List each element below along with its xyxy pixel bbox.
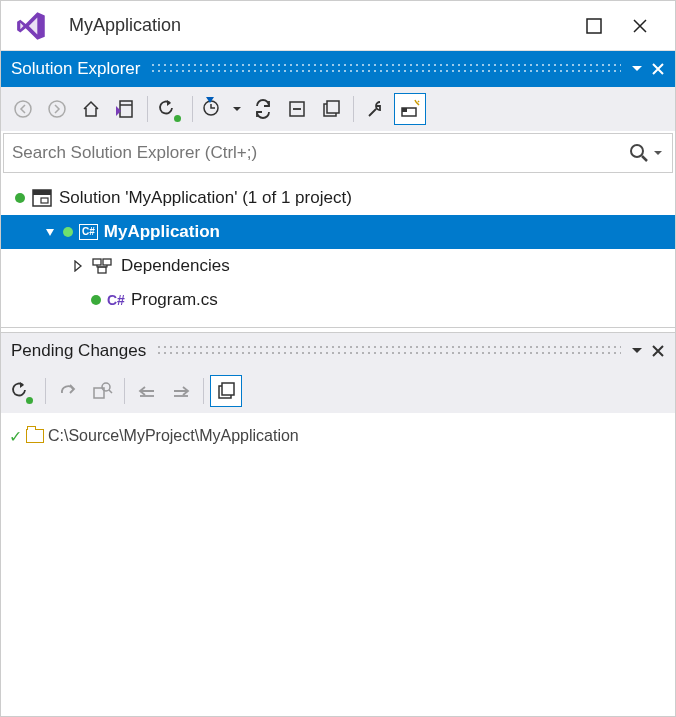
status-dot-icon: [91, 295, 101, 305]
dependencies-node[interactable]: Dependencies: [1, 249, 675, 283]
svg-rect-17: [103, 259, 111, 265]
checkmark-icon: ✓: [9, 427, 22, 446]
maximize-button[interactable]: [585, 17, 603, 35]
refresh-button[interactable]: [154, 93, 186, 125]
close-button[interactable]: [631, 17, 649, 35]
solution-tree: Solution 'MyApplication' (1 of 1 project…: [1, 175, 675, 327]
expand-icon[interactable]: [71, 260, 85, 272]
search-dropdown-icon[interactable]: [652, 147, 664, 159]
redo-button[interactable]: [52, 375, 84, 407]
preview-selected-button[interactable]: [394, 93, 426, 125]
pending-changes-body: ✓ C:\Source\MyProject\MyApplication: [1, 413, 675, 716]
collapse-all-button[interactable]: [281, 93, 313, 125]
pending-changes-toolbar: [1, 369, 675, 413]
panel-dropdown-icon[interactable]: [631, 345, 643, 357]
toolbar-separator: [124, 378, 125, 404]
toolbar-separator: [45, 378, 46, 404]
switch-views-button[interactable]: [109, 93, 141, 125]
pending-changes-title: Pending Changes: [11, 341, 146, 361]
sync-button[interactable]: [247, 93, 279, 125]
pending-changes-header[interactable]: Pending Changes: [1, 333, 675, 369]
toolbar-separator: [192, 96, 193, 122]
csharp-project-icon: C#: [79, 224, 98, 240]
svg-rect-18: [98, 267, 106, 273]
file-label: Program.cs: [131, 290, 218, 310]
solution-explorer-toolbar: [1, 87, 675, 131]
panel-close-icon[interactable]: [651, 344, 665, 358]
pending-path-row[interactable]: ✓ C:\Source\MyProject\MyApplication: [1, 421, 675, 451]
panel-close-icon[interactable]: [651, 62, 665, 76]
toolbar-separator: [147, 96, 148, 122]
solution-explorer-header[interactable]: Solution Explorer: [1, 51, 675, 87]
panel-dropdown-icon[interactable]: [631, 63, 643, 75]
dependencies-label: Dependencies: [121, 256, 230, 276]
svg-rect-15: [41, 198, 48, 203]
dependencies-icon: [91, 257, 115, 275]
svg-rect-24: [222, 383, 234, 395]
forward-button[interactable]: [41, 93, 73, 125]
solution-icon: [31, 188, 53, 208]
show-all-files-button[interactable]: [315, 93, 347, 125]
pending-filter-dropdown[interactable]: [199, 93, 245, 125]
csharp-file-icon: C#: [107, 292, 125, 308]
solution-node[interactable]: Solution 'MyApplication' (1 of 1 project…: [1, 181, 675, 215]
svg-point-12: [631, 145, 643, 157]
svg-point-1: [15, 101, 31, 117]
toolbar-separator: [203, 378, 204, 404]
compare-button[interactable]: [86, 375, 118, 407]
home-button[interactable]: [75, 93, 107, 125]
search-bar[interactable]: [3, 133, 673, 173]
collapse-icon[interactable]: [43, 226, 57, 238]
status-dot-icon: [63, 227, 73, 237]
file-node-program[interactable]: C# Program.cs: [1, 283, 675, 317]
solution-label: Solution 'MyApplication' (1 of 1 project…: [59, 188, 352, 208]
svg-rect-0: [587, 19, 601, 33]
svg-point-20: [102, 383, 110, 391]
window-titlebar: MyApplication: [1, 1, 675, 51]
status-dot-icon: [15, 193, 25, 203]
visual-studio-logo-icon: [9, 9, 69, 43]
refresh-button[interactable]: [7, 375, 39, 407]
solution-explorer-title: Solution Explorer: [11, 59, 140, 79]
svg-rect-3: [120, 101, 132, 117]
view-mode-button[interactable]: [210, 375, 242, 407]
pending-path-label: C:\Source\MyProject\MyApplication: [48, 427, 299, 445]
back-button[interactable]: [7, 93, 39, 125]
search-input[interactable]: [12, 143, 628, 163]
panel-grip: [150, 62, 621, 76]
undo-arrow-button[interactable]: [131, 375, 163, 407]
toolbar-separator: [353, 96, 354, 122]
folder-icon: [26, 429, 44, 443]
project-node[interactable]: C# MyApplication: [1, 215, 675, 249]
svg-rect-11: [402, 108, 407, 112]
search-icon[interactable]: [628, 142, 650, 164]
project-label: MyApplication: [104, 222, 220, 242]
panel-grip: [156, 344, 621, 358]
svg-point-2: [49, 101, 65, 117]
window-title: MyApplication: [69, 15, 585, 36]
svg-rect-16: [93, 259, 101, 265]
svg-rect-14: [33, 190, 51, 195]
redo-arrow-button[interactable]: [165, 375, 197, 407]
svg-rect-9: [327, 101, 339, 113]
properties-button[interactable]: [360, 93, 392, 125]
